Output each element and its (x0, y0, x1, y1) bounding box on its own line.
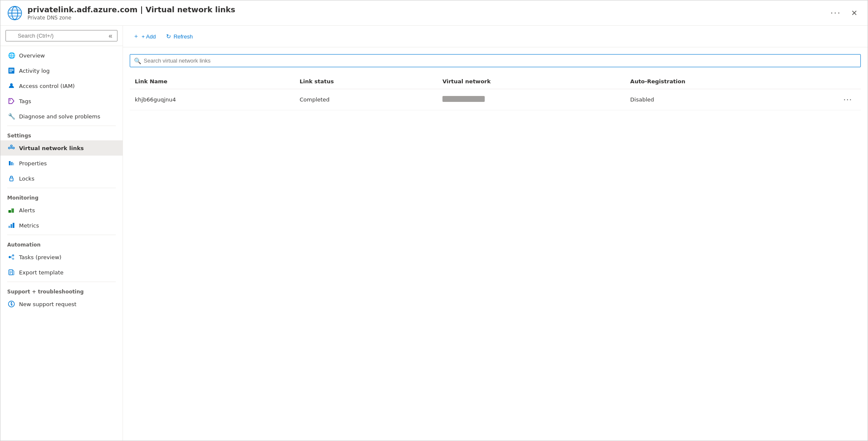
col-link-status: Link status (295, 74, 437, 89)
svg-point-11 (10, 99, 11, 100)
add-button[interactable]: ＋ + Add (130, 30, 159, 43)
svg-rect-24 (11, 224, 12, 228)
main-layout: 🔍 « 🌐 Overview Activity log (0, 26, 868, 441)
search-bar-wrap: 🔍 (130, 54, 861, 67)
cell-virtual-network (437, 89, 625, 110)
diagnose-icon: 🔧 (7, 112, 16, 121)
sidebar-item-overview[interactable]: 🌐 Overview (0, 48, 123, 63)
sidebar-item-activity-log[interactable]: Activity log (0, 63, 123, 78)
svg-line-29 (11, 256, 12, 257)
sidebar-item-tasks[interactable]: Tasks (preview) (0, 249, 123, 265)
close-button[interactable]: ✕ (848, 7, 861, 19)
cell-link-name: khjb66guqjnu4 (130, 89, 295, 110)
support-request-icon (7, 300, 16, 308)
sidebar-item-new-support-request-label: New support request (19, 301, 76, 307)
virtual-network-links-table: Link Name Link status Virtual network Au… (130, 74, 861, 110)
automation-divider (7, 235, 116, 235)
svg-point-26 (9, 256, 11, 258)
cell-link-status: Completed (295, 89, 437, 110)
svg-rect-20 (10, 178, 13, 181)
sidebar-item-alerts[interactable]: Alerts (0, 203, 123, 218)
dns-zone-logo (7, 5, 22, 21)
add-icon: ＋ (133, 33, 139, 40)
sidebar-search-input[interactable] (5, 30, 117, 41)
sidebar-item-properties[interactable]: Properties (0, 156, 123, 171)
col-virtual-network: Virtual network (437, 74, 625, 89)
metrics-icon (7, 221, 16, 230)
sidebar-collapse-button[interactable]: « (109, 32, 112, 40)
monitoring-section-title: Monitoring (0, 190, 123, 203)
row-ellipsis-menu-button[interactable]: ··· (840, 93, 856, 106)
svg-rect-6 (9, 69, 14, 70)
support-divider (7, 282, 116, 282)
sidebar-item-export-template[interactable]: Export template (0, 265, 123, 280)
add-button-label: + Add (142, 33, 156, 40)
col-actions (835, 74, 861, 89)
vnet-links-icon (7, 144, 16, 152)
sidebar-item-diagnose[interactable]: 🔧 Diagnose and solve problems (0, 109, 123, 124)
sidebar-item-new-support-request[interactable]: New support request (0, 296, 123, 312)
tasks-icon (7, 253, 16, 261)
properties-icon (7, 159, 16, 167)
sidebar-item-virtual-network-links-label: Virtual network links (19, 145, 84, 151)
sidebar-search-wrap: 🔍 « (5, 30, 117, 41)
svg-point-13 (13, 147, 14, 149)
locks-icon (7, 174, 16, 183)
refresh-button[interactable]: ↻ Refresh (163, 30, 197, 42)
svg-point-27 (12, 255, 14, 257)
sidebar-item-metrics-label: Metrics (19, 222, 39, 229)
sidebar-item-tags-label: Tags (19, 98, 31, 104)
svg-rect-22 (11, 208, 14, 213)
sidebar-item-locks-label: Locks (19, 175, 34, 182)
sidebar: 🔍 « 🌐 Overview Activity log (0, 26, 123, 441)
content-area: ＋ + Add ↻ Refresh 🔍 (123, 26, 868, 441)
access-control-icon (7, 82, 16, 90)
sidebar-item-export-template-label: Export template (19, 269, 63, 276)
app-container: privatelink.adf.azure.com | Virtual netw… (0, 0, 868, 441)
virtual-network-redacted (442, 96, 485, 102)
table-header: Link Name Link status Virtual network Au… (130, 74, 861, 89)
svg-rect-19 (13, 163, 14, 165)
sidebar-item-properties-label: Properties (19, 160, 47, 167)
activity-log-icon (7, 66, 16, 75)
refresh-button-label: Refresh (174, 33, 193, 40)
page-subtitle: Private DNS zone (27, 15, 824, 21)
sidebar-item-locks[interactable]: Locks (0, 171, 123, 186)
svg-rect-8 (9, 71, 12, 72)
svg-point-36 (11, 302, 12, 303)
svg-point-14 (11, 145, 12, 147)
sidebar-item-access-control[interactable]: Access control (IAM) (0, 78, 123, 93)
sidebar-item-diagnose-label: Diagnose and solve problems (19, 113, 100, 120)
header-ellipsis-menu[interactable]: ··· (830, 8, 841, 18)
svg-point-28 (12, 258, 14, 260)
search-virtual-network-links-input[interactable] (130, 54, 861, 67)
refresh-icon: ↻ (166, 33, 171, 40)
overview-icon: 🌐 (7, 51, 16, 60)
sidebar-item-tags[interactable]: Tags (0, 93, 123, 109)
header-title-group: privatelink.adf.azure.com | Virtual netw… (27, 5, 824, 21)
svg-point-12 (8, 147, 10, 149)
sidebar-nav: 🌐 Overview Activity log Access control (… (0, 46, 123, 313)
alerts-icon (7, 206, 16, 214)
settings-section-title: Settings (0, 128, 123, 140)
sidebar-item-virtual-network-links[interactable]: Virtual network links (0, 140, 123, 156)
support-section-title: Support + troubleshooting (0, 284, 123, 296)
cell-auto-registration: Disabled (625, 89, 835, 110)
sidebar-item-metrics[interactable]: Metrics (0, 218, 123, 233)
table-row: khjb66guqjnu4 Completed Disabled ··· (130, 89, 861, 110)
sidebar-item-access-control-label: Access control (IAM) (19, 83, 75, 89)
content-body: 🔍 Link Name Link status Virtual network … (123, 47, 868, 441)
svg-rect-25 (13, 223, 14, 228)
monitoring-divider (7, 188, 116, 188)
automation-section-title: Automation (0, 237, 123, 249)
search-bar-icon: 🔍 (134, 58, 141, 64)
export-template-icon (7, 268, 16, 277)
toolbar: ＋ + Add ↻ Refresh (123, 26, 868, 47)
sidebar-item-tasks-label: Tasks (preview) (19, 254, 61, 260)
svg-rect-23 (8, 226, 10, 228)
col-link-name: Link Name (130, 74, 295, 89)
svg-rect-7 (9, 70, 14, 71)
sidebar-item-alerts-label: Alerts (19, 207, 35, 214)
svg-line-30 (11, 257, 12, 258)
table-body: khjb66guqjnu4 Completed Disabled ··· (130, 89, 861, 110)
